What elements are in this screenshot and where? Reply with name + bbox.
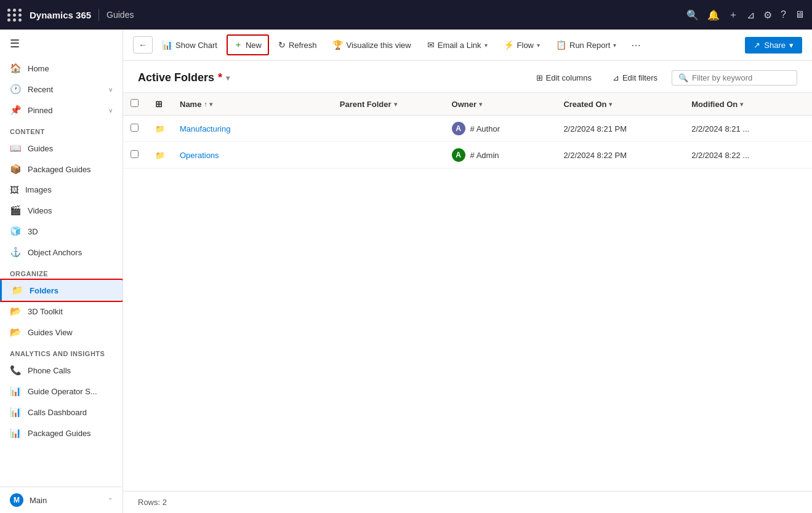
row2-checkbox[interactable]	[131, 150, 139, 158]
screen-icon[interactable]: 🖥	[795, 9, 805, 20]
module-title: Guides	[107, 10, 134, 20]
col-header-name[interactable]: Name ↑ ▾	[172, 93, 332, 116]
col-header-created-on[interactable]: Created On ▾	[556, 93, 684, 116]
guide-operator-icon: 📊	[10, 386, 22, 397]
row1-name-cell: Manufacturing	[172, 116, 332, 142]
help-icon[interactable]: ?	[781, 9, 786, 20]
email-icon: ✉	[427, 40, 435, 50]
folders-table: ⊞ Name ↑ ▾ Parent	[123, 93, 812, 169]
sort-asc-icon: ↑	[204, 101, 207, 108]
sidebar-item-3d[interactable]: 🧊 3D	[0, 221, 123, 242]
select-all-checkbox[interactable]	[131, 99, 139, 107]
sidebar-item-recent[interactable]: 🕐 Recent ∨	[0, 79, 123, 100]
hamburger-menu[interactable]: ☰	[0, 30, 123, 58]
col-name-label: Name	[180, 100, 201, 109]
col-owner-chevron-icon[interactable]: ▾	[479, 101, 482, 108]
row2-created-on-cell: 2/2/2024 8:22 PM	[556, 142, 684, 169]
sidebar-item-home[interactable]: 🏠 Home	[0, 58, 123, 79]
filter-keyword-input[interactable]	[692, 73, 790, 82]
sidebar-item-pinned[interactable]: 📌 Pinned ∨	[0, 100, 123, 121]
app-launcher-button[interactable]	[7, 9, 22, 22]
packaged-guides-icon: 📦	[10, 164, 22, 175]
sidebar-item-guides-view[interactable]: 📂 Guides View	[0, 322, 123, 343]
sidebar-item-videos[interactable]: 🎬 Videos	[0, 200, 123, 221]
filter-icon[interactable]: ⊿	[747, 9, 755, 21]
top-nav-icons: 🔍 🔔 ＋ ⊿ ⚙ ? 🖥	[686, 9, 805, 22]
sidebar-guides-label: Guides	[28, 144, 53, 153]
sidebar-calls-dashboard-label: Calls Dashboard	[28, 408, 87, 417]
sidebar-item-guides[interactable]: 📖 Guides	[0, 138, 123, 159]
table-row: 📁 Manufacturing A # Aut	[123, 116, 812, 142]
sidebar-item-guide-operator[interactable]: 📊 Guide Operator S...	[0, 381, 123, 402]
chart-icon: 📊	[162, 40, 172, 50]
share-label: Share	[764, 41, 786, 50]
grid-area: Active Folders* ▾ ⊞ Edit columns ⊿ Edit …	[123, 61, 812, 491]
sidebar-item-packaged-guides2[interactable]: 📊 Packaged Guides	[0, 423, 123, 443]
edit-filters-icon: ⊿	[613, 73, 619, 82]
row1-name-link[interactable]: Manufacturing	[180, 124, 230, 133]
search-icon[interactable]: 🔍	[686, 9, 699, 21]
new-button[interactable]: ＋ New	[227, 34, 269, 55]
filter-search-box[interactable]: 🔍	[672, 70, 797, 86]
row2-name-link[interactable]: Operations	[180, 151, 219, 160]
refresh-button[interactable]: ↻ Refresh	[271, 36, 324, 54]
packaged-guides2-icon: 📊	[10, 427, 22, 439]
col-name-chevron-icon[interactable]: ▾	[209, 101, 212, 108]
back-button[interactable]: ←	[133, 36, 153, 54]
row1-owner-cell: A # Author	[444, 116, 557, 142]
sidebar-footer-main[interactable]: M Main ⌃	[0, 487, 123, 513]
plus-icon[interactable]: ＋	[728, 9, 738, 22]
back-icon: ←	[139, 40, 147, 50]
grid-title-chevron-icon[interactable]: ▾	[226, 74, 230, 82]
row1-checkbox[interactable]	[131, 124, 139, 132]
videos-icon: 🎬	[10, 205, 22, 216]
row2-parent-folder-cell	[332, 142, 444, 169]
run-report-button[interactable]: 📋 Run Report ▾	[549, 36, 623, 54]
show-chart-button[interactable]: 📊 Show Chart	[155, 36, 224, 54]
3d-toolkit-icon: 📂	[10, 306, 22, 317]
sidebar-guide-operator-label: Guide Operator S...	[28, 387, 97, 396]
email-link-button[interactable]: ✉ Email a Link ▾	[420, 36, 494, 54]
bell-icon[interactable]: 🔔	[707, 9, 720, 21]
col-header-owner[interactable]: Owner ▾	[444, 93, 557, 116]
col-header-parent-folder[interactable]: Parent Folder ▾	[332, 93, 444, 116]
flow-button[interactable]: ⚡ Flow ▾	[497, 36, 547, 54]
guides-icon: 📖	[10, 143, 22, 154]
grid-header-actions: ⊞ Edit columns ⊿ Edit filters 🔍	[529, 70, 798, 86]
col-created-chevron-icon[interactable]: ▾	[609, 101, 612, 108]
table-header-row: ⊞ Name ↑ ▾ Parent	[123, 93, 812, 116]
row2-icon-cell: 📁	[148, 142, 172, 169]
main-avatar: M	[10, 493, 23, 507]
share-chevron-icon: ▾	[789, 41, 794, 50]
run-report-icon: 📋	[556, 40, 566, 50]
more-options-button[interactable]: ⋯	[625, 35, 646, 55]
row2-owner-avatar: A	[452, 148, 465, 162]
col-modified-chevron-icon[interactable]: ▾	[740, 101, 743, 108]
email-chevron-icon: ▾	[484, 42, 488, 49]
table-scroll-area: ⊞ Name ↑ ▾ Parent	[123, 93, 812, 169]
sidebar-item-3d-toolkit[interactable]: 📂 3D Toolkit	[0, 301, 123, 322]
grid-title-asterisk: *	[218, 71, 222, 84]
col-header-modified-on[interactable]: Modified On ▾	[684, 93, 812, 116]
grid-title: Active Folders* ▾	[138, 71, 230, 84]
sidebar-item-phone-calls[interactable]: 📞 Phone Calls	[0, 360, 123, 381]
row1-icon-cell: 📁	[148, 116, 172, 142]
edit-filters-button[interactable]: ⊿ Edit filters	[606, 70, 664, 86]
row2-checkbox-cell	[123, 142, 148, 169]
visualize-button[interactable]: 🏆 Visualize this view	[326, 36, 417, 54]
col-parent-chevron-icon[interactable]: ▾	[394, 101, 397, 108]
organize-section-label: Organize	[0, 263, 123, 280]
sidebar-images-label: Images	[25, 185, 52, 194]
row1-folder-icon: 📁	[155, 124, 165, 133]
sidebar-item-object-anchors[interactable]: ⚓ Object Anchors	[0, 242, 123, 263]
settings-icon[interactable]: ⚙	[763, 9, 772, 21]
sidebar-item-images[interactable]: 🖼 Images	[0, 180, 123, 200]
row1-created-on-value: 2/2/2024 8:21 PM	[563, 124, 627, 133]
flow-chevron-icon: ▾	[537, 42, 540, 49]
sidebar-item-packaged-guides[interactable]: 📦 Packaged Guides	[0, 159, 123, 180]
edit-columns-button[interactable]: ⊞ Edit columns	[529, 70, 598, 86]
share-button[interactable]: ↗ Share ▾	[745, 37, 802, 54]
nav-divider	[98, 9, 99, 21]
sidebar-item-folders[interactable]: 📁 Folders	[0, 280, 123, 301]
sidebar-item-calls-dashboard[interactable]: 📊 Calls Dashboard	[0, 402, 123, 423]
